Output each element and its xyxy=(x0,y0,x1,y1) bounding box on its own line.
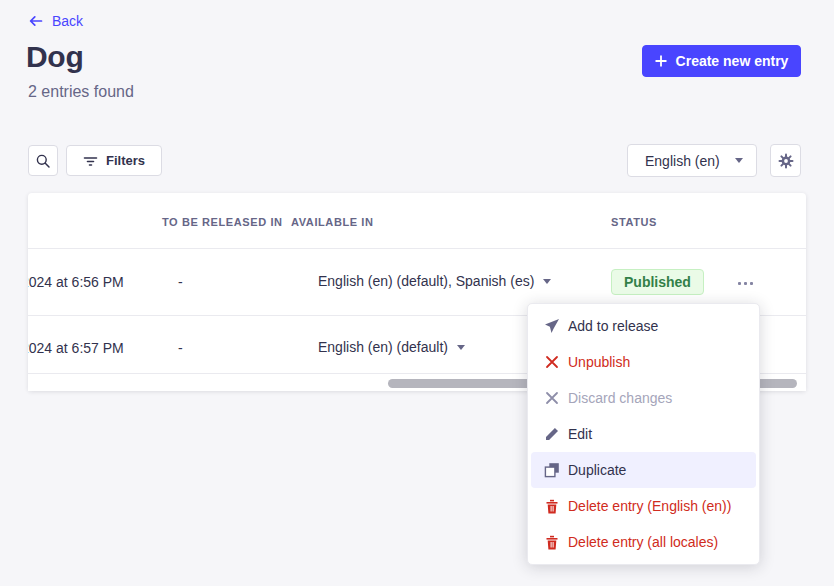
arrow-left-icon xyxy=(28,13,44,29)
entries-count: 2 entries found xyxy=(28,83,134,101)
column-header-to-be-released-in: TO BE RELEASED IN xyxy=(162,216,283,228)
search-button[interactable] xyxy=(28,145,58,176)
search-icon xyxy=(35,153,51,169)
chevron-down-icon xyxy=(543,279,551,284)
create-new-entry-button[interactable]: Create new entry xyxy=(642,45,801,77)
paper-plane-icon xyxy=(544,318,560,334)
back-label: Back xyxy=(52,13,83,29)
cell-updated-date: 2024 at 6:56 PM xyxy=(28,274,160,290)
cross-icon xyxy=(544,354,560,370)
status-badge: Published xyxy=(611,269,704,295)
plus-icon xyxy=(655,55,667,67)
back-link[interactable]: Back xyxy=(28,13,83,29)
menu-item-discard-changes[interactable]: Discard changes xyxy=(531,380,756,416)
menu-item-duplicate[interactable]: Duplicate xyxy=(531,452,756,488)
chevron-down-icon xyxy=(457,345,465,350)
page-title: Dog xyxy=(26,40,83,74)
cell-updated-date: 2024 at 6:57 PM xyxy=(28,340,160,356)
cross-icon xyxy=(544,390,560,406)
locale-select[interactable]: English (en) xyxy=(627,144,757,177)
cell-available-in[interactable]: English (en) (default) xyxy=(318,339,465,355)
view-settings-button[interactable] xyxy=(770,144,801,177)
cell-to-be-released-in: - xyxy=(178,274,183,290)
gear-icon xyxy=(778,153,794,169)
row-actions-button[interactable] xyxy=(732,273,758,293)
pencil-icon xyxy=(544,426,560,442)
ellipsis-icon xyxy=(738,282,741,285)
chevron-down-icon xyxy=(735,158,743,163)
locale-selected-value: English (en) xyxy=(645,153,720,169)
menu-item-unpublish[interactable]: Unpublish xyxy=(531,344,756,380)
column-header-status: STATUS xyxy=(611,216,657,228)
trash-icon xyxy=(544,498,560,514)
menu-item-edit[interactable]: Edit xyxy=(531,416,756,452)
menu-item-delete-entry-all-locales[interactable]: Delete entry (all locales) xyxy=(531,524,756,560)
menu-item-delete-entry-locale[interactable]: Delete entry (English (en)) xyxy=(531,488,756,524)
duplicate-icon xyxy=(544,462,560,478)
column-header-available-in: AVAILABLE IN xyxy=(291,216,374,228)
trash-icon xyxy=(544,534,560,550)
filter-icon xyxy=(83,154,98,168)
row-actions-menu: Add to release Unpublish Discard changes… xyxy=(527,303,760,565)
cell-to-be-released-in: - xyxy=(178,340,183,356)
filters-button[interactable]: Filters xyxy=(66,145,162,176)
cell-available-in[interactable]: English (en) (default), Spanish (es) xyxy=(318,273,551,289)
menu-item-add-to-release[interactable]: Add to release xyxy=(531,308,756,344)
